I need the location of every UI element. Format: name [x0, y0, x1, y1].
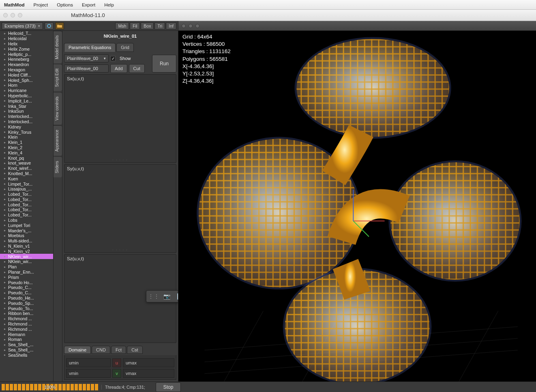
cut-button[interactable]: Cut [129, 64, 145, 73]
tree-item[interactable]: Limpet_Tor... [0, 181, 53, 186]
vtab-sliders[interactable]: Sliders [54, 156, 62, 178]
umax-field[interactable]: umax [123, 358, 174, 367]
vp-traffic-minimize-icon[interactable] [189, 24, 193, 28]
tree-item[interactable]: Pseudo_He... [0, 296, 53, 301]
tree-item[interactable]: Multi-sided... [0, 238, 53, 244]
tree-item[interactable]: Ribbon ben... [0, 311, 53, 316]
tree-item[interactable]: N_Klein_v2 [0, 248, 53, 254]
tree-item[interactable]: Sea_Shell_... [0, 342, 53, 347]
vp-traffic-close-icon[interactable] [182, 24, 186, 28]
render-surface[interactable] [178, 29, 536, 381]
tab-grid[interactable]: Grid [116, 43, 134, 52]
examples-dropdown[interactable]: Examples (373) [2, 22, 43, 30]
tree-item[interactable]: Klein_1 [0, 140, 53, 145]
tree-item[interactable]: Kidney [0, 124, 53, 129]
tree-item[interactable]: Klein [0, 135, 53, 140]
tree-item[interactable]: InkaSun [0, 109, 53, 114]
tree-item[interactable]: Lumpet Tori [0, 223, 53, 228]
tree-item[interactable]: Holed Cliff... [0, 72, 53, 77]
traffic-close-icon[interactable] [3, 13, 8, 17]
system-menubar[interactable]: MathMod Project Options Export Help [0, 0, 536, 10]
run-button[interactable]: Run [152, 55, 176, 73]
camera-icon[interactable]: 📷 [163, 292, 171, 300]
tb-tri-button[interactable]: Tri [154, 22, 165, 30]
menu-project[interactable]: Project [33, 2, 48, 7]
tree-item[interactable]: Plan [0, 264, 53, 270]
tree-item[interactable]: N_Klein_v1 [0, 244, 53, 249]
tb-box-button[interactable]: Box [141, 22, 154, 30]
tree-item[interactable]: Richmond ... [0, 321, 53, 327]
viewport[interactable]: Grid : 64x64 Vertices : 586500 Triangles… [178, 21, 536, 381]
tree-item[interactable]: Kinky_Torus [0, 129, 53, 135]
grip-icon[interactable]: ⋮⋮ [150, 292, 158, 300]
menu-options[interactable]: Options [57, 2, 73, 7]
tree-item[interactable]: Hexaedron [0, 62, 53, 67]
tree-item[interactable]: Interlocked... [0, 119, 53, 124]
tab-parametric-equations[interactable]: Parametric Equations [64, 43, 116, 52]
sx-field[interactable]: Sx(u,v,t)· · · · · [64, 74, 176, 163]
tree-item[interactable]: Lobed_Tor... [0, 202, 53, 207]
tree-item[interactable]: Klein_4 [0, 150, 53, 155]
tree-item[interactable]: Pseudo Ho... [0, 280, 53, 285]
tree-item[interactable]: Interlocked... [0, 114, 53, 119]
vtab-model-details[interactable]: Model details [54, 31, 62, 63]
tree-item[interactable]: Prism [0, 274, 53, 280]
refresh-icon[interactable] [45, 22, 54, 30]
tree-item[interactable]: Lissajous_... [0, 186, 53, 192]
tree-item[interactable]: Implicit_Le... [0, 98, 53, 103]
tree-item[interactable]: Pseudo_C... [0, 290, 53, 296]
tree-item[interactable]: Helix [0, 41, 53, 47]
tree-item[interactable]: Helicoid_T... [0, 31, 53, 36]
tree-item[interactable]: Horn [0, 83, 53, 88]
tree-item[interactable]: Hexagon [0, 67, 53, 73]
tree-item[interactable]: Richmond ... [0, 326, 53, 332]
stop-button[interactable]: Stop [156, 382, 181, 392]
tree-item[interactable]: NKlein_wir... [0, 254, 53, 259]
tree-item[interactable]: Richmond ... [0, 316, 53, 321]
tb-msh-button[interactable]: Msh [115, 22, 129, 30]
tree-item[interactable]: Inka_Star [0, 103, 53, 109]
tree-item[interactable]: Klein_2 [0, 145, 53, 150]
tree-item[interactable]: Henneberg [0, 57, 53, 62]
tree-item[interactable]: Lobed_Tor... [0, 212, 53, 218]
add-button[interactable]: Add [110, 64, 127, 73]
tree-item[interactable]: Helliptic_p... [0, 51, 53, 57]
vtab-script-edit[interactable]: Script Edit [54, 64, 62, 91]
tree-item[interactable]: Kuen [0, 176, 53, 181]
tree-item[interactable]: Hyperbolic... [0, 93, 53, 99]
tree-item[interactable]: knot_weave [0, 161, 53, 166]
tree-item[interactable]: Holed_Sph... [0, 77, 53, 83]
tree-item[interactable]: Knotted_M... [0, 171, 53, 176]
vp-traffic-zoom-icon[interactable] [195, 24, 199, 28]
tree-item[interactable]: NKlein_wir... [0, 259, 53, 264]
btab-domaine[interactable]: Domaine [64, 346, 91, 354]
u-lock-icon[interactable]: u [112, 358, 121, 367]
tree-item[interactable]: Pseudo_To... [0, 306, 53, 311]
umin-field[interactable]: umin [66, 358, 111, 367]
menu-export[interactable]: Export [82, 2, 95, 7]
btab-cst[interactable]: Cst [127, 346, 143, 354]
traffic-zoom-icon[interactable] [18, 13, 22, 17]
component-textfield[interactable]: PlainWeave_00 [64, 64, 109, 73]
tb-fil-button[interactable]: Fil [130, 22, 140, 30]
tree-item[interactable]: Moebius [0, 233, 53, 238]
show-checkbox[interactable]: ✓ [110, 56, 116, 61]
tree-item[interactable]: Knot_wiref... [0, 166, 53, 171]
tree-item[interactable]: Riemann [0, 332, 53, 337]
traffic-minimize-icon[interactable] [11, 13, 15, 17]
tb-inf-button[interactable]: Inf [166, 22, 176, 30]
tree-item[interactable]: Roman [0, 337, 53, 342]
tree-item[interactable]: Pseudo_Sp... [0, 300, 53, 306]
floating-toolbar[interactable]: ⋮⋮ 📷 📄 🔗 🔧 ▶ 🔍 [146, 290, 178, 302]
vtab-view-controls[interactable]: View controls [54, 92, 62, 124]
tree-item[interactable]: Lobs [0, 218, 53, 223]
tree-item[interactable]: Pseudo_C... [0, 285, 53, 290]
tree-item[interactable]: Helix Zome [0, 46, 53, 51]
tree-item[interactable]: Planar_Enn... [0, 270, 53, 275]
vmax-field[interactable]: vmax [123, 369, 174, 378]
folder-icon[interactable] [55, 22, 64, 30]
tree-item[interactable]: Helicoidal [0, 36, 53, 41]
v-lock-icon[interactable]: v [112, 369, 121, 378]
menu-app[interactable]: MathMod [4, 2, 24, 7]
tree-item[interactable]: Maeder's_... [0, 228, 53, 233]
